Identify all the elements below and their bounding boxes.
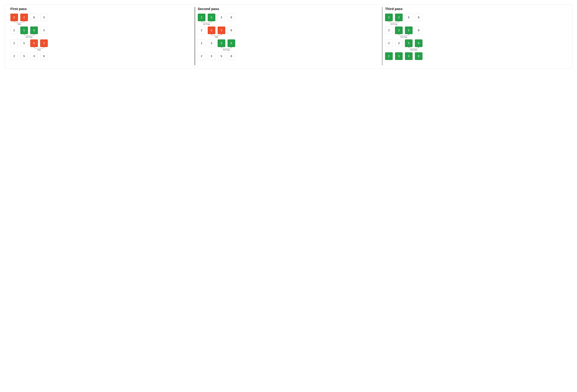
- array-cell: 5: [405, 14, 413, 21]
- array-cell: 2: [10, 39, 18, 47]
- array-cell: 8: [228, 27, 235, 34]
- array-cell: 2: [385, 27, 393, 34]
- annotation-label-noswap: Don't swap: [26, 36, 33, 38]
- compare-annotation: Swap: [10, 21, 192, 25]
- array-cell: 8: [415, 27, 423, 34]
- array-cell: 8: [228, 52, 235, 60]
- array-row: 2538: [198, 14, 379, 21]
- annotation-label-noswap: Don't swap: [400, 36, 407, 38]
- array-cell: 2: [385, 52, 393, 60]
- sort-step: 2358: [198, 52, 379, 64]
- pass-column: First pass5283Swap2583Don't swap2583Swap…: [8, 7, 195, 65]
- sort-step: 2358Don't swap: [385, 14, 567, 25]
- annotation-label-noswap: Don't swap: [410, 49, 417, 51]
- array-cell: 2: [20, 14, 28, 21]
- annotation-label-noswap: Don't swap: [203, 23, 210, 25]
- array-cell: 5: [208, 14, 215, 21]
- array-cell: 2: [198, 27, 205, 34]
- array-cell: 5: [20, 39, 28, 47]
- sort-step: 2538Swap: [198, 27, 379, 38]
- array-cell: 3: [218, 14, 225, 21]
- array-cell: 5: [405, 39, 413, 47]
- array-row: 2538: [198, 27, 379, 34]
- array-cell: 8: [40, 52, 48, 60]
- compare-annotation: Don't swap: [385, 47, 567, 51]
- compare-annotation: [198, 60, 379, 64]
- array-cell: 3: [208, 39, 215, 47]
- array-cell: 2: [198, 39, 205, 47]
- array-row: 5283: [10, 14, 192, 21]
- sort-step: 2358Don't swap: [385, 27, 567, 38]
- array-cell: 3: [395, 52, 403, 60]
- sort-step: 2538: [10, 52, 192, 64]
- array-cell: 3: [208, 52, 215, 60]
- array-cell: 5: [10, 14, 18, 21]
- sort-step: 2358: [385, 52, 567, 64]
- array-cell: 2: [385, 14, 393, 21]
- array-cell: 3: [40, 14, 48, 21]
- array-cell: 8: [415, 52, 423, 60]
- array-row: 2358: [198, 52, 379, 60]
- annotation-label-swap: Swap: [37, 49, 41, 51]
- annotation-label-noswap: Don't swap: [391, 23, 397, 25]
- array-cell: 2: [10, 52, 18, 60]
- array-cell: 3: [30, 52, 38, 60]
- array-cell: 5: [20, 52, 28, 60]
- array-row: 2358: [385, 14, 567, 21]
- compare-annotation: [385, 60, 567, 64]
- sort-step: 2583Don't swap: [10, 27, 192, 38]
- array-cell: 2: [198, 52, 205, 60]
- pass-column: Second pass2538Don't swap2538Swap2358Don…: [195, 7, 382, 65]
- array-cell: 3: [395, 39, 403, 47]
- array-cell: 5: [218, 52, 225, 60]
- bubble-sort-diagram: First pass5283Swap2583Don't swap2583Swap…: [5, 5, 572, 69]
- array-cell: 3: [395, 14, 403, 21]
- array-cell: 3: [40, 39, 48, 47]
- annotation-label-swap: Swap: [17, 23, 21, 25]
- sort-step: 2358Don't swap: [385, 39, 567, 51]
- array-cell: 5: [208, 27, 215, 34]
- compare-annotation: Don't swap: [198, 47, 379, 51]
- pass-title: First pass: [10, 7, 192, 11]
- compare-annotation: Don't swap: [385, 21, 567, 25]
- array-cell: 8: [228, 39, 235, 47]
- annotation-label-noswap: Don't swap: [223, 49, 230, 51]
- array-cell: 3: [40, 27, 48, 34]
- array-cell: 8: [30, 14, 38, 21]
- sort-step: 2538Don't swap: [198, 14, 379, 25]
- array-cell: 5: [405, 27, 413, 34]
- array-row: 2538: [10, 52, 192, 60]
- array-row: 2358: [385, 52, 567, 60]
- sort-step: 5283Swap: [10, 14, 192, 25]
- array-cell: 8: [415, 14, 423, 21]
- array-cell: 8: [228, 14, 235, 21]
- array-row: 2358: [385, 27, 567, 34]
- sort-step: 2358Don't swap: [198, 39, 379, 51]
- array-cell: 3: [395, 27, 403, 34]
- array-cell: 8: [30, 39, 38, 47]
- array-cell: 5: [405, 52, 413, 60]
- compare-annotation: [10, 60, 192, 64]
- array-row: 2583: [10, 27, 192, 34]
- array-cell: 2: [10, 27, 18, 34]
- array-cell: 8: [415, 39, 423, 47]
- compare-annotation: Don't swap: [10, 34, 192, 38]
- annotation-label-swap: Swap: [215, 36, 218, 38]
- array-cell: 8: [30, 27, 38, 34]
- array-row: 2358: [198, 39, 379, 47]
- array-row: 2358: [385, 39, 567, 47]
- compare-annotation: Don't swap: [385, 34, 567, 38]
- compare-annotation: Swap: [198, 34, 379, 38]
- array-cell: 2: [385, 39, 393, 47]
- array-cell: 3: [218, 27, 225, 34]
- array-row: 2583: [10, 39, 192, 47]
- array-cell: 5: [20, 27, 28, 34]
- pass-title: Third pass: [385, 7, 567, 11]
- compare-annotation: Swap: [10, 47, 192, 51]
- array-cell: 2: [198, 14, 205, 21]
- pass-column: Third pass2358Don't swap2358Don't swap23…: [382, 7, 569, 65]
- pass-title: Second pass: [198, 7, 379, 11]
- sort-step: 2583Swap: [10, 39, 192, 51]
- array-cell: 5: [218, 39, 225, 47]
- compare-annotation: Don't swap: [198, 21, 379, 25]
